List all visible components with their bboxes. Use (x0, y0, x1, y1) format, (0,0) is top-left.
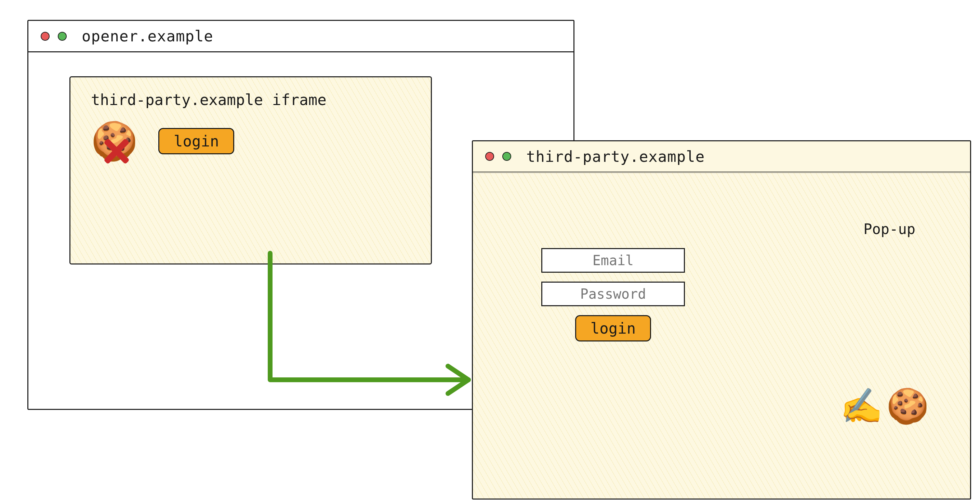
popup-label: Pop-up (864, 221, 915, 238)
third-party-iframe: third-party.example iframe 🍪 login (69, 76, 432, 265)
popup-login-button[interactable]: login (575, 315, 651, 341)
iframe-login-button[interactable]: login (158, 128, 234, 154)
cookie-icon: 🍪 (91, 119, 138, 163)
password-field[interactable] (541, 282, 685, 306)
popup-window: third-party.example Pop-up login ✍️ 🍪 (472, 140, 971, 499)
iframe-title: third-party.example iframe (91, 91, 410, 108)
opener-titlebar: opener.example (29, 21, 573, 53)
popup-cookie-write: ✍️ 🍪 (840, 389, 929, 423)
close-icon[interactable] (485, 152, 494, 161)
blocked-cookie: 🍪 (91, 122, 138, 160)
close-icon[interactable] (41, 32, 49, 41)
minimize-icon[interactable] (58, 32, 67, 41)
login-form: login (541, 248, 685, 341)
cookie-icon: 🍪 (886, 389, 929, 423)
writing-hand-icon: ✍️ (840, 389, 883, 423)
opener-title: opener.example (82, 27, 213, 45)
email-field[interactable] (541, 248, 685, 273)
popup-title: third-party.example (526, 148, 705, 165)
popup-titlebar: third-party.example (473, 141, 970, 173)
minimize-icon[interactable] (502, 152, 511, 161)
popup-body: Pop-up login ✍️ 🍪 (473, 173, 970, 499)
